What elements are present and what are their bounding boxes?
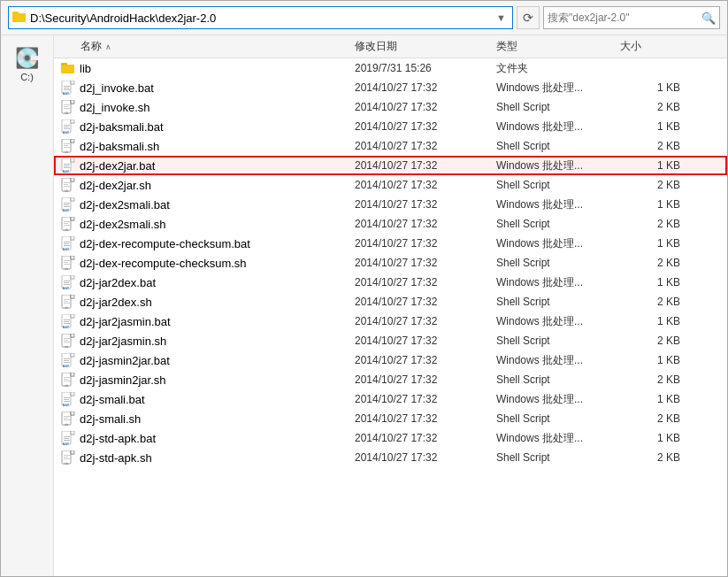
table-row[interactable]: .sh d2j-dex-recompute-checksum.sh 2014/1… — [54, 253, 727, 273]
file-name-cell: BAT d2j-smali.bat — [54, 392, 355, 406]
table-row[interactable]: .sh d2j-jar2dex.sh 2014/10/27 17:32 Shel… — [54, 292, 727, 312]
col-header-date[interactable]: 修改日期 — [355, 39, 496, 54]
table-row[interactable]: BAT d2j-jar2dex.bat 2014/10/27 17:32 Win… — [54, 273, 727, 292]
svg-rect-28 — [71, 139, 74, 142]
search-icon[interactable]: 🔍 — [701, 12, 716, 25]
file-name: d2j-baksmali.bat — [80, 120, 164, 134]
file-list-area[interactable]: 名称 ∧ 修改日期 类型 大小 lib 2019/7/31 15:26 文件夹 — [54, 35, 727, 576]
file-date-cell: 2014/10/27 17:32 — [355, 179, 496, 191]
file-size-cell: 2 KB — [620, 101, 691, 113]
svg-rect-91 — [71, 314, 74, 318]
file-icon: .sh — [61, 412, 75, 426]
table-row[interactable]: .sh d2j-dex2jar.sh 2014/10/27 17:32 Shel… — [54, 175, 727, 195]
svg-rect-73 — [64, 264, 70, 265]
svg-rect-65 — [64, 243, 69, 244]
svg-rect-92 — [64, 319, 70, 320]
address-input-wrap[interactable]: ▼ — [8, 6, 513, 29]
file-date-cell: 2014/10/27 17:32 — [355, 432, 496, 444]
svg-rect-133 — [71, 431, 74, 435]
svg-rect-35 — [71, 158, 74, 162]
file-type-cell: Shell Script — [496, 412, 620, 425]
file-size-cell: 2 KB — [620, 335, 691, 347]
svg-rect-114 — [64, 379, 68, 380]
table-row[interactable]: .sh d2j-dex2smali.sh 2014/10/27 17:32 Sh… — [54, 214, 727, 234]
table-row[interactable]: .sh d2j-baksmali.sh 2014/10/27 17:32 She… — [54, 136, 727, 156]
table-row[interactable]: .sh d2j-jasmin2jar.sh 2014/10/27 17:32 S… — [54, 370, 727, 389]
table-row[interactable]: BAT d2j-jasmin2jar.bat 2014/10/27 17:32 … — [54, 350, 727, 370]
file-icon: .sh — [61, 139, 75, 153]
file-name: d2j-dex2smali.bat — [80, 198, 170, 212]
table-row[interactable]: BAT d2j-baksmali.bat 2014/10/27 17:32 Wi… — [54, 117, 727, 136]
table-row[interactable]: .sh d2j-std-apk.sh 2014/10/27 17:32 Shel… — [54, 448, 727, 467]
file-name: d2j_invoke.sh — [80, 101, 150, 114]
svg-rect-77 — [71, 275, 74, 279]
file-date-cell: 2014/10/27 17:32 — [355, 237, 496, 250]
svg-rect-57 — [64, 221, 70, 222]
table-row[interactable]: .sh d2j-smali.sh 2014/10/27 17:32 Shell … — [54, 409, 727, 428]
sidebar-item-drive-c[interactable]: 💽 C:) — [5, 42, 50, 87]
table-row[interactable]: lib 2019/7/31 15:26 文件夹 — [54, 58, 727, 78]
svg-rect-30 — [64, 145, 68, 146]
svg-rect-101 — [64, 342, 70, 342]
file-icon — [61, 61, 75, 75]
svg-rect-66 — [64, 245, 70, 246]
svg-rect-70 — [71, 256, 74, 259]
col-header-size[interactable]: 大小 — [620, 39, 691, 54]
refresh-button[interactable]: ⟳ — [517, 6, 540, 29]
svg-rect-36 — [64, 164, 70, 165]
table-row[interactable]: .sh d2j_invoke.sh 2014/10/27 17:32 Shell… — [54, 97, 727, 117]
file-size-cell: 1 KB — [620, 159, 691, 172]
file-icon: .sh — [61, 256, 75, 270]
search-wrap[interactable]: 🔍 — [543, 6, 720, 29]
svg-text:BAT: BAT — [63, 403, 70, 406]
table-row[interactable]: BAT d2j-jar2jasmin.bat 2014/10/27 17:32 … — [54, 312, 727, 331]
col-header-name[interactable]: 名称 ∧ — [54, 39, 355, 54]
file-name: d2j-jar2dex.bat — [80, 276, 156, 289]
file-icon: BAT — [61, 197, 75, 212]
svg-text:BAT: BAT — [63, 91, 70, 95]
svg-text:.sh: .sh — [63, 306, 68, 309]
file-size-cell: 2 KB — [620, 412, 691, 425]
svg-rect-16 — [64, 106, 68, 107]
svg-rect-49 — [71, 197, 74, 201]
file-name-cell: .sh d2j-smali.sh — [54, 412, 355, 426]
file-date-cell: 2014/10/27 17:32 — [355, 373, 496, 386]
file-size-cell: 1 KB — [620, 315, 691, 327]
table-row[interactable]: BAT d2j-std-apk.bat 2014/10/27 17:32 Win… — [54, 428, 727, 448]
file-icon: BAT — [61, 431, 75, 445]
file-size-cell: 1 KB — [620, 81, 691, 94]
svg-rect-38 — [64, 167, 70, 168]
svg-rect-9 — [64, 88, 69, 88]
file-date-cell: 2014/10/27 17:32 — [355, 451, 496, 464]
main-area: 💽 C:) 名称 ∧ 修改日期 类型 大小 lib — [1, 35, 727, 576]
drive-label: C:) — [15, 72, 39, 82]
table-row[interactable]: .sh d2j-jar2jasmin.sh 2014/10/27 17:32 S… — [54, 331, 727, 350]
svg-rect-143 — [64, 458, 70, 459]
table-row[interactable]: BAT d2j-smali.bat 2014/10/27 17:32 Windo… — [54, 389, 727, 409]
table-row[interactable]: BAT d2j-dex2jar.bat 2014/10/27 17:32 Win… — [54, 156, 727, 175]
svg-text:.sh: .sh — [63, 384, 68, 387]
address-input[interactable] — [30, 12, 490, 25]
svg-rect-128 — [64, 418, 68, 419]
file-type-cell: Shell Script — [496, 373, 620, 386]
file-date-cell: 2014/10/27 17:32 — [355, 120, 496, 133]
file-type-cell: Shell Script — [496, 179, 620, 191]
svg-rect-52 — [64, 206, 70, 207]
svg-rect-99 — [64, 338, 70, 339]
file-name-cell: BAT d2j-jar2jasmin.bat — [54, 314, 355, 328]
col-header-type[interactable]: 类型 — [496, 39, 620, 54]
address-chevron-icon[interactable]: ▼ — [494, 12, 509, 23]
svg-rect-64 — [64, 242, 70, 242]
file-name-cell: .sh d2j_invoke.sh — [54, 100, 355, 114]
table-row[interactable]: BAT d2j-dex2smali.bat 2014/10/27 17:32 W… — [54, 195, 727, 214]
search-input[interactable] — [548, 12, 698, 24]
svg-text:BAT: BAT — [63, 130, 70, 134]
file-type-cell: Windows 批处理... — [496, 353, 620, 368]
svg-text:.sh: .sh — [63, 228, 68, 231]
file-size-cell: 2 KB — [620, 179, 691, 191]
table-row[interactable]: BAT d2j-dex-recompute-checksum.bat 2014/… — [54, 234, 727, 253]
table-row[interactable]: BAT d2j_invoke.bat 2014/10/27 17:32 Wind… — [54, 78, 727, 97]
svg-rect-119 — [71, 392, 74, 396]
file-name-cell: BAT d2j-std-apk.bat — [54, 431, 355, 445]
file-name-cell: BAT d2j_invoke.bat — [54, 81, 355, 95]
